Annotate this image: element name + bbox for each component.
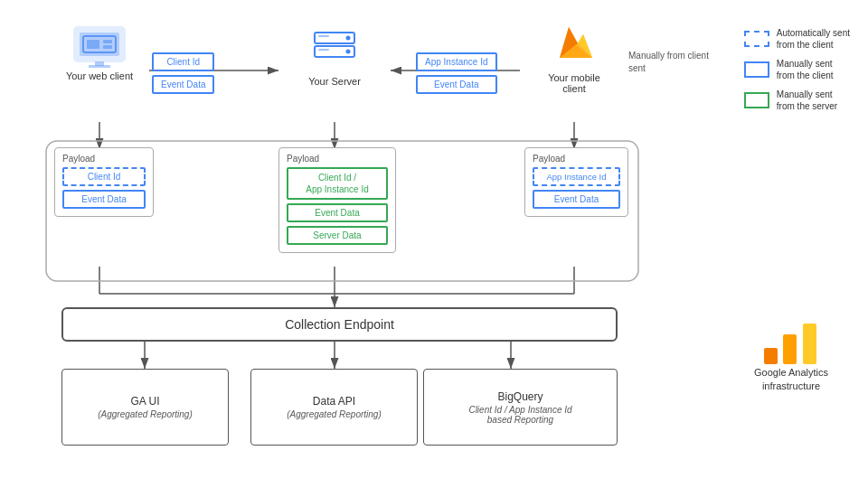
svg-rect-21 [87,40,99,49]
payload-mobile: Payload App Instance Id Event Data [524,147,628,217]
ga-ui-title: GA UI [130,395,159,408]
svg-rect-30 [764,348,778,364]
bigquery-subtitle: Client Id / App Instance Idbased Reporti… [468,405,571,425]
legend-label-manual-client: Manually sentfrom the client [777,58,834,81]
server-label: Your Server [298,76,371,87]
output-ga-ui: GA UI (Aggregated Reporting) [61,369,229,446]
legend-icon-manual-server [744,92,769,108]
svg-rect-32 [803,324,816,364]
output-bigquery: BigQuery Client Id / App Instance Idbase… [423,369,618,446]
legend: Automatically sent from the client Manua… [744,27,850,112]
monitor-icon [72,25,127,69]
mobile-client: Your mobile client [538,18,610,94]
data-api-title: Data API [313,395,355,408]
legend-item-auto: Automatically sent from the client [744,27,850,51]
payload-web-client-id: Client Id [62,167,146,186]
server-box: Your Server [298,25,371,87]
web-to-server-data: Client Id Event Data [152,52,214,94]
svg-rect-26 [318,35,329,37]
payload-mobile-app-instance-id: App Instance Id [533,167,620,186]
app-instance-id-box: App Instance Id [416,52,497,71]
web-client: Your web client [50,25,149,81]
legend-label-auto: Automatically sent from the client [777,27,850,51]
payload-server-server-data: Server Data [287,226,388,245]
payload-web-label: Payload [62,154,146,164]
client-id-box-web: Client Id [152,52,214,71]
svg-rect-23 [103,45,112,49]
svg-rect-31 [783,334,797,364]
svg-point-28 [346,50,351,54]
firebase-icon [552,18,596,69]
manually-sent-label: Manually from client sent [628,50,728,75]
mobile-to-server-data: App Instance Id Event Data [416,52,497,94]
collection-endpoint-label: Collection Endpoint [285,317,394,332]
payload-server-event-data: Event Data [287,203,388,222]
event-data-box-mobile: Event Data [416,75,497,94]
payload-server: Payload Client Id /App Instance Id Event… [278,147,396,253]
svg-rect-22 [103,40,112,43]
event-data-box-web: Event Data [152,75,214,94]
output-data-api: Data API (Aggregated Reporting) [250,369,418,446]
legend-item-manual-client: Manually sentfrom the client [744,58,850,81]
bigquery-title: BigQuery [497,390,542,403]
mobile-client-label: Your mobile client [538,72,610,94]
payload-mobile-event-data: Event Data [533,190,620,209]
svg-rect-19 [89,65,110,68]
ga-label: Google Analyticsinfrastructure [737,366,845,394]
payload-web-event-data: Event Data [62,190,146,209]
payload-web: Payload Client Id Event Data [54,147,154,217]
payload-mobile-label: Payload [533,154,620,164]
ga-infrastructure: Google Analyticsinfrastructure [737,316,845,394]
ga-ui-subtitle: (Aggregated Reporting) [98,409,193,419]
legend-icon-auto [744,31,769,47]
data-api-subtitle: (Aggregated Reporting) [287,409,382,419]
web-client-label: Your web client [50,70,149,81]
legend-item-manual-server: Manually sentfrom the server [744,89,850,112]
collection-endpoint: Collection Endpoint [61,307,618,342]
legend-label-manual-server: Manually sentfrom the server [777,89,837,112]
payload-server-label: Payload [287,154,388,164]
svg-point-25 [346,36,351,41]
server-icon [312,25,357,70]
ga-chart-icon [760,316,823,366]
legend-icon-manual-client [744,61,769,78]
svg-rect-29 [318,49,329,51]
payload-server-client-id: Client Id /App Instance Id [287,167,388,200]
